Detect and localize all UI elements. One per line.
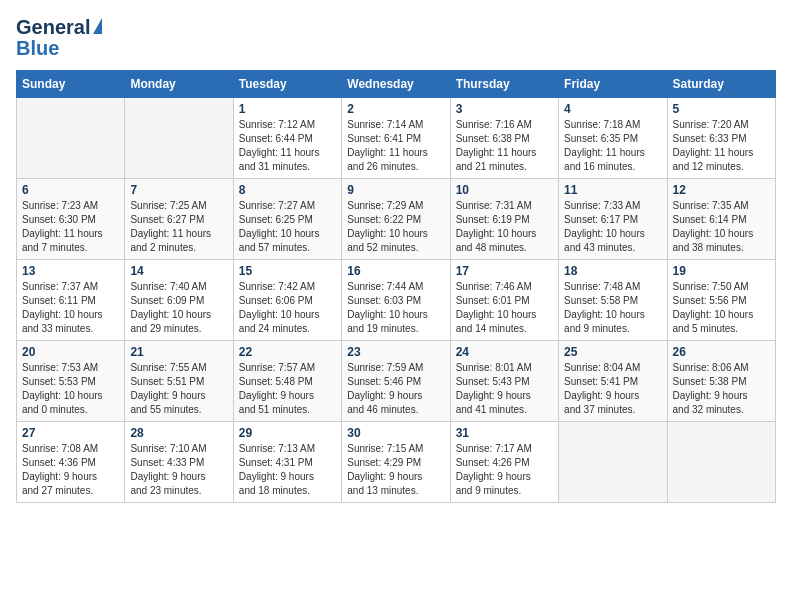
calendar-cell <box>559 422 667 503</box>
day-number: 8 <box>239 183 336 197</box>
day-number: 9 <box>347 183 444 197</box>
calendar-week-4: 20Sunrise: 7:53 AM Sunset: 5:53 PM Dayli… <box>17 341 776 422</box>
day-number: 11 <box>564 183 661 197</box>
calendar-week-5: 27Sunrise: 7:08 AM Sunset: 4:36 PM Dayli… <box>17 422 776 503</box>
calendar-cell: 15Sunrise: 7:42 AM Sunset: 6:06 PM Dayli… <box>233 260 341 341</box>
day-number: 2 <box>347 102 444 116</box>
cell-info: Sunrise: 7:50 AM Sunset: 5:56 PM Dayligh… <box>673 280 770 336</box>
cell-info: Sunrise: 8:04 AM Sunset: 5:41 PM Dayligh… <box>564 361 661 417</box>
cell-info: Sunrise: 8:01 AM Sunset: 5:43 PM Dayligh… <box>456 361 553 417</box>
calendar-cell: 25Sunrise: 8:04 AM Sunset: 5:41 PM Dayli… <box>559 341 667 422</box>
cell-info: Sunrise: 7:20 AM Sunset: 6:33 PM Dayligh… <box>673 118 770 174</box>
calendar-cell: 30Sunrise: 7:15 AM Sunset: 4:29 PM Dayli… <box>342 422 450 503</box>
calendar-cell: 29Sunrise: 7:13 AM Sunset: 4:31 PM Dayli… <box>233 422 341 503</box>
day-number: 31 <box>456 426 553 440</box>
calendar-cell: 1Sunrise: 7:12 AM Sunset: 6:44 PM Daylig… <box>233 98 341 179</box>
day-number: 22 <box>239 345 336 359</box>
calendar-cell <box>125 98 233 179</box>
cell-info: Sunrise: 7:48 AM Sunset: 5:58 PM Dayligh… <box>564 280 661 336</box>
day-number: 15 <box>239 264 336 278</box>
page-header: General Blue <box>16 16 776 60</box>
cell-info: Sunrise: 7:12 AM Sunset: 6:44 PM Dayligh… <box>239 118 336 174</box>
cell-info: Sunrise: 7:18 AM Sunset: 6:35 PM Dayligh… <box>564 118 661 174</box>
day-number: 12 <box>673 183 770 197</box>
cell-info: Sunrise: 7:37 AM Sunset: 6:11 PM Dayligh… <box>22 280 119 336</box>
day-number: 20 <box>22 345 119 359</box>
calendar-cell: 6Sunrise: 7:23 AM Sunset: 6:30 PM Daylig… <box>17 179 125 260</box>
header-sunday: Sunday <box>17 71 125 98</box>
day-number: 19 <box>673 264 770 278</box>
cell-info: Sunrise: 7:55 AM Sunset: 5:51 PM Dayligh… <box>130 361 227 417</box>
calendar-cell <box>667 422 775 503</box>
day-number: 3 <box>456 102 553 116</box>
calendar-table: SundayMondayTuesdayWednesdayThursdayFrid… <box>16 70 776 503</box>
header-tuesday: Tuesday <box>233 71 341 98</box>
calendar-cell: 13Sunrise: 7:37 AM Sunset: 6:11 PM Dayli… <box>17 260 125 341</box>
calendar-cell: 24Sunrise: 8:01 AM Sunset: 5:43 PM Dayli… <box>450 341 558 422</box>
calendar-week-1: 1Sunrise: 7:12 AM Sunset: 6:44 PM Daylig… <box>17 98 776 179</box>
day-number: 27 <box>22 426 119 440</box>
calendar-cell: 28Sunrise: 7:10 AM Sunset: 4:33 PM Dayli… <box>125 422 233 503</box>
cell-info: Sunrise: 7:29 AM Sunset: 6:22 PM Dayligh… <box>347 199 444 255</box>
day-number: 10 <box>456 183 553 197</box>
cell-info: Sunrise: 7:33 AM Sunset: 6:17 PM Dayligh… <box>564 199 661 255</box>
calendar-cell: 11Sunrise: 7:33 AM Sunset: 6:17 PM Dayli… <box>559 179 667 260</box>
header-wednesday: Wednesday <box>342 71 450 98</box>
logo-general: General <box>16 16 90 39</box>
logo: General Blue <box>16 16 102 60</box>
header-friday: Friday <box>559 71 667 98</box>
day-number: 28 <box>130 426 227 440</box>
calendar-cell: 27Sunrise: 7:08 AM Sunset: 4:36 PM Dayli… <box>17 422 125 503</box>
calendar-cell: 18Sunrise: 7:48 AM Sunset: 5:58 PM Dayli… <box>559 260 667 341</box>
cell-info: Sunrise: 7:10 AM Sunset: 4:33 PM Dayligh… <box>130 442 227 498</box>
calendar-cell: 8Sunrise: 7:27 AM Sunset: 6:25 PM Daylig… <box>233 179 341 260</box>
cell-info: Sunrise: 7:15 AM Sunset: 4:29 PM Dayligh… <box>347 442 444 498</box>
cell-info: Sunrise: 7:23 AM Sunset: 6:30 PM Dayligh… <box>22 199 119 255</box>
calendar-cell: 20Sunrise: 7:53 AM Sunset: 5:53 PM Dayli… <box>17 341 125 422</box>
calendar-cell: 5Sunrise: 7:20 AM Sunset: 6:33 PM Daylig… <box>667 98 775 179</box>
calendar-cell: 12Sunrise: 7:35 AM Sunset: 6:14 PM Dayli… <box>667 179 775 260</box>
cell-info: Sunrise: 7:25 AM Sunset: 6:27 PM Dayligh… <box>130 199 227 255</box>
day-number: 6 <box>22 183 119 197</box>
calendar-cell: 4Sunrise: 7:18 AM Sunset: 6:35 PM Daylig… <box>559 98 667 179</box>
day-number: 4 <box>564 102 661 116</box>
day-number: 30 <box>347 426 444 440</box>
day-number: 26 <box>673 345 770 359</box>
cell-info: Sunrise: 7:57 AM Sunset: 5:48 PM Dayligh… <box>239 361 336 417</box>
day-number: 14 <box>130 264 227 278</box>
day-number: 1 <box>239 102 336 116</box>
calendar-cell: 19Sunrise: 7:50 AM Sunset: 5:56 PM Dayli… <box>667 260 775 341</box>
calendar-cell: 31Sunrise: 7:17 AM Sunset: 4:26 PM Dayli… <box>450 422 558 503</box>
header-monday: Monday <box>125 71 233 98</box>
cell-info: Sunrise: 7:27 AM Sunset: 6:25 PM Dayligh… <box>239 199 336 255</box>
calendar-header-row: SundayMondayTuesdayWednesdayThursdayFrid… <box>17 71 776 98</box>
calendar-week-2: 6Sunrise: 7:23 AM Sunset: 6:30 PM Daylig… <box>17 179 776 260</box>
calendar-cell: 10Sunrise: 7:31 AM Sunset: 6:19 PM Dayli… <box>450 179 558 260</box>
cell-info: Sunrise: 8:06 AM Sunset: 5:38 PM Dayligh… <box>673 361 770 417</box>
calendar-cell: 3Sunrise: 7:16 AM Sunset: 6:38 PM Daylig… <box>450 98 558 179</box>
calendar-cell: 2Sunrise: 7:14 AM Sunset: 6:41 PM Daylig… <box>342 98 450 179</box>
day-number: 23 <box>347 345 444 359</box>
cell-info: Sunrise: 7:17 AM Sunset: 4:26 PM Dayligh… <box>456 442 553 498</box>
day-number: 25 <box>564 345 661 359</box>
calendar-cell <box>17 98 125 179</box>
calendar-cell: 26Sunrise: 8:06 AM Sunset: 5:38 PM Dayli… <box>667 341 775 422</box>
header-thursday: Thursday <box>450 71 558 98</box>
logo-blue: Blue <box>16 37 59 60</box>
day-number: 17 <box>456 264 553 278</box>
day-number: 18 <box>564 264 661 278</box>
cell-info: Sunrise: 7:53 AM Sunset: 5:53 PM Dayligh… <box>22 361 119 417</box>
day-number: 29 <box>239 426 336 440</box>
logo-triangle <box>93 18 102 34</box>
day-number: 5 <box>673 102 770 116</box>
cell-info: Sunrise: 7:42 AM Sunset: 6:06 PM Dayligh… <box>239 280 336 336</box>
cell-info: Sunrise: 7:35 AM Sunset: 6:14 PM Dayligh… <box>673 199 770 255</box>
cell-info: Sunrise: 7:31 AM Sunset: 6:19 PM Dayligh… <box>456 199 553 255</box>
header-saturday: Saturday <box>667 71 775 98</box>
calendar-cell: 16Sunrise: 7:44 AM Sunset: 6:03 PM Dayli… <box>342 260 450 341</box>
day-number: 13 <box>22 264 119 278</box>
cell-info: Sunrise: 7:46 AM Sunset: 6:01 PM Dayligh… <box>456 280 553 336</box>
day-number: 24 <box>456 345 553 359</box>
day-number: 21 <box>130 345 227 359</box>
calendar-cell: 17Sunrise: 7:46 AM Sunset: 6:01 PM Dayli… <box>450 260 558 341</box>
